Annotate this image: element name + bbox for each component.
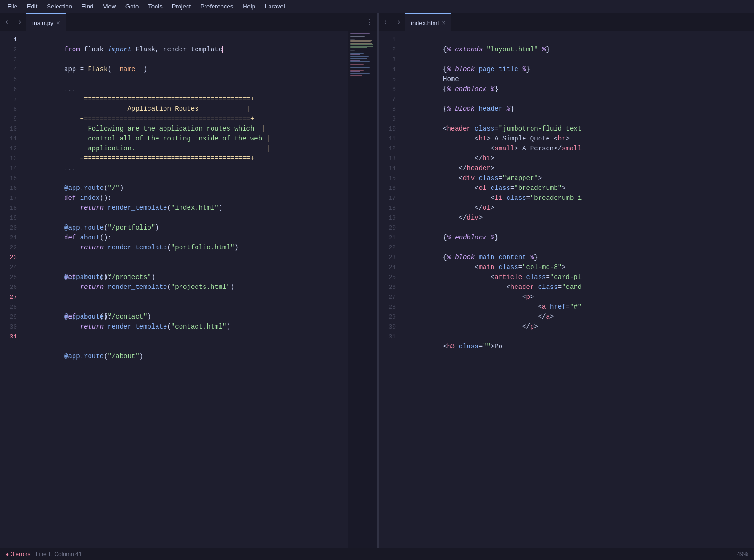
rln-25: 25 (383, 272, 396, 282)
code-line-28: def about(): (23, 302, 348, 312)
right-nav-back[interactable]: ‹ (379, 13, 392, 31)
rln-3: 3 (383, 55, 396, 65)
menu-project[interactable]: Project (168, 2, 195, 11)
menu-view[interactable]: View (99, 2, 120, 11)
ln-26: 26 (4, 282, 17, 292)
rcode-line-30 (402, 322, 754, 332)
rcode-line-6 (402, 84, 754, 94)
ln-15: 15 (4, 173, 17, 183)
right-tab-label: index.html (411, 19, 439, 26)
ln-11: 11 (4, 134, 17, 144)
rln-2: 2 (383, 45, 396, 55)
left-line-numbers: 1 2 3 4 5 6 7 8 9 10 11 12 13 14 15 16 1… (0, 31, 23, 548)
rln-7: 7 (383, 94, 396, 104)
menu-tools[interactable]: Tools (144, 2, 166, 11)
code-line-19: @app.route("/portfolio") (23, 213, 348, 223)
code-line-16: def index(): (23, 183, 348, 193)
code-line-3: app = Flask(__name__) (23, 55, 348, 65)
left-nav-back[interactable]: ‹ (0, 13, 13, 31)
rcode-line-10: <h1> A Simple Quote <br> (402, 124, 754, 134)
code-line-12: +=======================================… (23, 144, 348, 154)
ln-16: 16 (4, 183, 17, 193)
code-line-20: def about(): (23, 223, 348, 233)
left-tab-main-py[interactable]: main.py × (26, 13, 66, 31)
rln-30: 30 (383, 322, 396, 332)
rln-13: 13 (383, 154, 396, 164)
rln-19: 19 (383, 213, 396, 223)
code-line-24: def about(): (23, 263, 348, 272)
rln-6: 6 (383, 84, 396, 94)
rln-21: 21 (383, 233, 396, 243)
rcode-line-31: <h3 class="">Po (402, 332, 754, 342)
menu-file[interactable]: File (4, 2, 21, 11)
rcode-line-5: {% endblock %} (402, 74, 754, 84)
ln-20: 20 (4, 223, 17, 233)
rln-5: 5 (383, 74, 396, 84)
code-line-1: from flask import Flask, render_template (23, 35, 348, 45)
left-tab-close[interactable]: × (57, 19, 60, 26)
rln-10: 10 (383, 124, 396, 134)
code-line-15: @app.route("/") (23, 173, 348, 183)
right-nav-forward[interactable]: › (392, 13, 405, 31)
left-minimap (348, 31, 377, 548)
left-code-lines[interactable]: from flask import Flask, render_template… (23, 31, 348, 548)
rln-15: 15 (383, 173, 396, 183)
ln-23: 23 (4, 253, 17, 263)
rln-26: 26 (383, 282, 396, 292)
rcode-line-28: </a> (402, 302, 754, 312)
ln-1: 1 (4, 35, 17, 45)
rln-28: 28 (383, 302, 396, 312)
menu-laravel[interactable]: Laravel (261, 2, 289, 11)
rln-29: 29 (383, 312, 396, 322)
rcode-line-26: <p> (402, 282, 754, 292)
rcode-line-9: <header class="jumbotron-fluid text (402, 114, 754, 124)
ln-3: 3 (4, 55, 17, 65)
cursor-position: Line 1, Column 41 (36, 551, 82, 558)
rcode-line-11: <small> A Person</small (402, 134, 754, 144)
ln-6: 6 (4, 84, 17, 94)
rln-9: 9 (383, 114, 396, 124)
status-right: 49% (737, 551, 748, 558)
code-line-17: return render_template("index.html") (23, 193, 348, 203)
right-code-lines[interactable]: {% extends "layout.html" %} {% block pag… (402, 31, 754, 548)
rcode-line-2 (402, 45, 754, 55)
error-count[interactable]: ● 3 errors (6, 551, 31, 558)
ln-27: 27 (4, 292, 17, 302)
code-line-6: +=======================================… (23, 84, 348, 94)
ln-29: 29 (4, 312, 17, 322)
menu-goto[interactable]: Goto (122, 2, 142, 11)
rln-20: 20 (383, 223, 396, 233)
menu-edit[interactable]: Edit (23, 2, 41, 11)
menu-selection[interactable]: Selection (43, 2, 75, 11)
status-bar: ● 3 errors , Line 1, Column 41 49% (0, 548, 754, 560)
code-line-25: return render_template("projects.html") (23, 272, 348, 282)
menu-find[interactable]: Find (78, 2, 97, 11)
rcode-line-8 (402, 104, 754, 114)
rcode-line-3: {% block page_title %} (402, 55, 754, 65)
left-editor: ‹ › main.py × ⋮ 1 2 3 4 5 6 7 8 9 10 11 (0, 13, 377, 548)
menu-preferences[interactable]: Preferences (197, 2, 237, 11)
rcode-line-14: <div class="wrapper"> (402, 164, 754, 173)
rln-12: 12 (383, 144, 396, 154)
code-line-21: return render_template("portfolio.html") (23, 233, 348, 243)
rcode-line-21 (402, 233, 754, 243)
rln-14: 14 (383, 164, 396, 173)
menu-help[interactable]: Help (239, 2, 259, 11)
rcode-line-13: </header> (402, 154, 754, 164)
right-code-content: 1 2 3 4 5 6 7 8 9 10 11 12 13 14 15 16 1… (379, 31, 754, 548)
ln-10: 10 (4, 124, 17, 134)
right-tab-index-html[interactable]: index.html × (405, 13, 451, 31)
ln-7: 7 (4, 94, 17, 104)
ln-31: 31 (4, 332, 17, 342)
ln-24: 24 (4, 263, 17, 272)
rln-31: 31 (383, 332, 396, 342)
rcode-line-4: Home (402, 65, 754, 74)
right-tab-close[interactable]: × (442, 19, 445, 26)
rcode-line-7: {% block header %} (402, 94, 754, 104)
rln-27: 27 (383, 292, 396, 302)
code-line-7: | Application Routes | (23, 94, 348, 104)
left-nav-forward[interactable]: › (13, 13, 26, 31)
code-line-5: ... (23, 74, 348, 84)
rcode-line-17: </ol> (402, 193, 754, 203)
left-tab-more[interactable]: ⋮ (363, 13, 377, 31)
